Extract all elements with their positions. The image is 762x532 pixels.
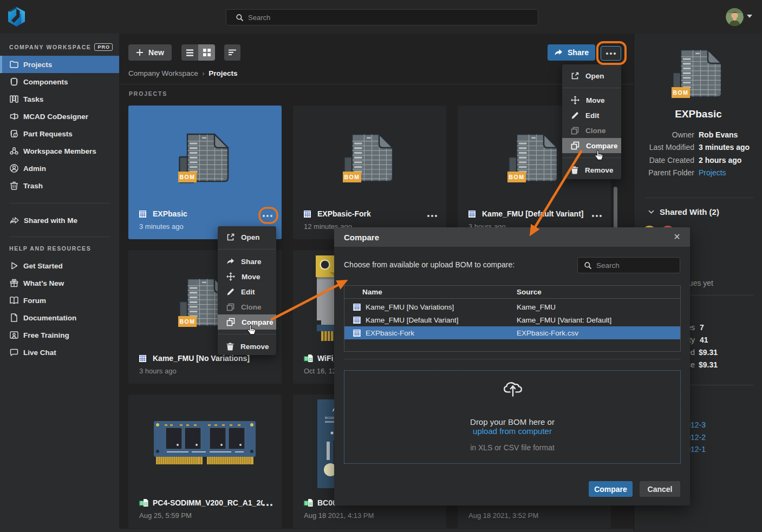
svg-text:?: ?	[15, 133, 17, 136]
